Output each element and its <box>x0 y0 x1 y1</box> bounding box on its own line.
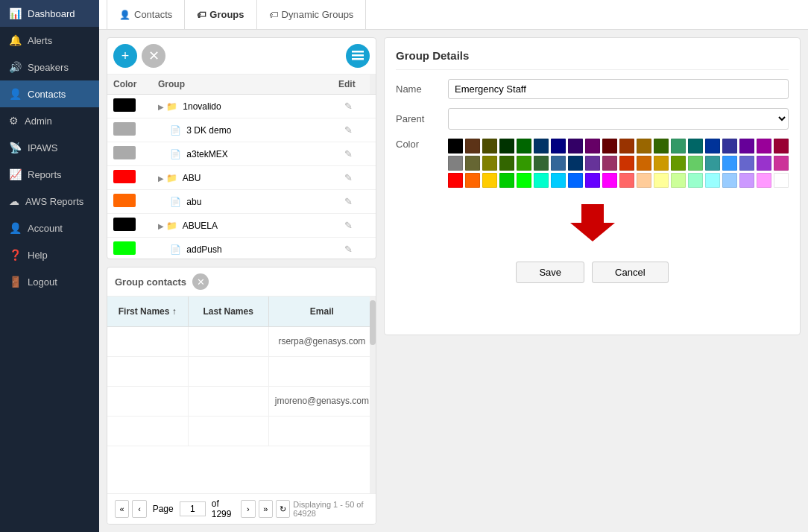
sidebar-item-speakers[interactable]: 🔊 Speakers <box>0 54 99 80</box>
color-swatch-option[interactable] <box>654 173 669 188</box>
color-swatch-option[interactable] <box>499 139 514 153</box>
color-swatch-option[interactable] <box>637 139 651 153</box>
edit-icon[interactable]: ✎ <box>344 172 353 183</box>
color-swatch-option[interactable] <box>482 173 497 188</box>
sidebar-item-account[interactable]: 👤 Account <box>0 215 99 241</box>
sidebar-item-alerts[interactable]: 🔔 Alerts <box>0 27 99 54</box>
sidebar-item-ipaws[interactable]: 📡 IPAWS <box>0 134 99 161</box>
color-swatch-option[interactable] <box>465 173 480 188</box>
color-swatch-option[interactable] <box>774 173 789 188</box>
next-page-button[interactable]: › <box>241 500 255 518</box>
color-swatch-option[interactable] <box>757 156 771 171</box>
tab-contacts[interactable]: 👤 Contacts <box>107 0 185 29</box>
color-swatch-option[interactable] <box>482 156 497 171</box>
name-input[interactable] <box>448 79 789 99</box>
color-swatch-option[interactable] <box>705 156 720 171</box>
color-swatch-option[interactable] <box>499 156 514 171</box>
color-swatch-option[interactable] <box>499 173 514 188</box>
color-swatch-option[interactable] <box>551 173 566 188</box>
sidebar-item-logout[interactable]: 🚪 Logout <box>0 268 99 295</box>
color-swatch-option[interactable] <box>585 139 600 153</box>
color-swatch-option[interactable] <box>722 173 737 188</box>
color-swatch-option[interactable] <box>534 156 549 171</box>
cancel-group-button[interactable]: ✕ <box>142 44 165 68</box>
tab-dynamic-groups[interactable]: 🏷 Dynamic Groups <box>257 0 367 29</box>
group-row[interactable]: 📄 abu ✎ <box>107 190 376 214</box>
color-swatch-option[interactable] <box>654 156 669 171</box>
color-swatch-option[interactable] <box>602 156 617 171</box>
color-swatch-option[interactable] <box>722 156 737 171</box>
color-swatch-option[interactable] <box>774 156 789 171</box>
color-swatch-option[interactable] <box>671 139 686 153</box>
edit-icon[interactable]: ✎ <box>344 244 353 255</box>
color-swatch-option[interactable] <box>739 139 754 153</box>
color-swatch-option[interactable] <box>619 156 634 171</box>
group-row[interactable]: 📄 3 DK demo ✎ <box>107 118 376 142</box>
color-swatch-option[interactable] <box>688 173 703 188</box>
color-swatch-option[interactable] <box>465 156 480 171</box>
color-swatch-option[interactable] <box>671 173 686 188</box>
color-swatch-option[interactable] <box>534 173 549 188</box>
group-row[interactable]: ▶📁 1novalido ✎ <box>107 95 376 118</box>
sidebar-item-help[interactable]: ❓ Help <box>0 241 99 268</box>
color-swatch-option[interactable] <box>774 139 789 153</box>
color-swatch-option[interactable] <box>688 139 703 153</box>
page-number-input[interactable] <box>180 501 206 516</box>
color-swatch-option[interactable] <box>688 156 703 171</box>
group-row[interactable]: 📄 a3tekMEX ✎ <box>107 142 376 166</box>
color-swatch-option[interactable] <box>448 139 463 153</box>
color-swatch-option[interactable] <box>602 173 617 188</box>
sidebar-item-aws-reports[interactable]: ☁ AWS Reports <box>0 188 99 215</box>
group-row[interactable]: ▶📁 ABUELA ✎ <box>107 214 376 238</box>
color-swatch-option[interactable] <box>585 173 600 188</box>
list-view-button[interactable] <box>346 44 370 68</box>
first-page-button[interactable]: « <box>115 500 129 518</box>
group-row[interactable]: 📄 addPush ✎ <box>107 238 376 259</box>
color-swatch-option[interactable] <box>757 173 771 188</box>
color-swatch-option[interactable] <box>705 139 720 153</box>
color-swatch-option[interactable] <box>654 139 669 153</box>
edit-icon[interactable]: ✎ <box>344 220 353 231</box>
color-swatch-option[interactable] <box>551 139 566 153</box>
color-swatch-option[interactable] <box>585 156 600 171</box>
group-row[interactable]: ▶📁 ABU ✎ <box>107 166 376 190</box>
color-swatch-option[interactable] <box>568 156 583 171</box>
color-swatch-option[interactable] <box>739 156 754 171</box>
color-swatch-option[interactable] <box>568 173 583 188</box>
parent-select[interactable] <box>448 108 789 130</box>
tab-groups[interactable]: 🏷 Groups <box>185 0 256 29</box>
color-swatch-option[interactable] <box>739 173 754 188</box>
color-swatch-option[interactable] <box>568 139 583 153</box>
color-swatch-option[interactable] <box>619 139 634 153</box>
color-swatch-option[interactable] <box>705 173 720 188</box>
color-swatch-option[interactable] <box>448 173 463 188</box>
color-swatch-option[interactable] <box>757 139 771 153</box>
edit-icon[interactable]: ✎ <box>344 148 353 159</box>
color-swatch-option[interactable] <box>602 139 617 153</box>
color-swatch-option[interactable] <box>551 156 566 171</box>
last-page-button[interactable]: » <box>259 500 273 518</box>
sidebar-item-admin[interactable]: ⚙ Admin <box>0 107 99 134</box>
edit-icon[interactable]: ✎ <box>344 101 353 112</box>
color-swatch-option[interactable] <box>517 156 531 171</box>
color-swatch-option[interactable] <box>671 156 686 171</box>
color-swatch-option[interactable] <box>722 139 737 153</box>
sidebar-item-reports[interactable]: 📈 Reports <box>0 161 99 188</box>
save-button[interactable]: Save <box>516 262 584 283</box>
color-swatch-option[interactable] <box>637 156 651 171</box>
color-swatch-option[interactable] <box>637 173 651 188</box>
color-swatch-option[interactable] <box>448 156 463 171</box>
cancel-button[interactable]: Cancel <box>592 262 668 283</box>
prev-page-button[interactable]: ‹ <box>132 500 146 518</box>
color-swatch-option[interactable] <box>619 173 634 188</box>
color-swatch-option[interactable] <box>465 139 480 153</box>
edit-icon[interactable]: ✎ <box>344 124 353 136</box>
sidebar-item-dashboard[interactable]: 📊 Dashboard <box>0 0 99 27</box>
color-swatch-option[interactable] <box>517 139 531 153</box>
color-swatch-option[interactable] <box>534 139 549 153</box>
add-group-button[interactable]: + <box>113 44 137 68</box>
color-swatch-option[interactable] <box>482 139 497 153</box>
close-contacts-button[interactable]: ✕ <box>192 273 209 290</box>
refresh-button[interactable]: ↻ <box>276 500 290 518</box>
sidebar-item-contacts[interactable]: 👤 Contacts <box>0 80 99 107</box>
